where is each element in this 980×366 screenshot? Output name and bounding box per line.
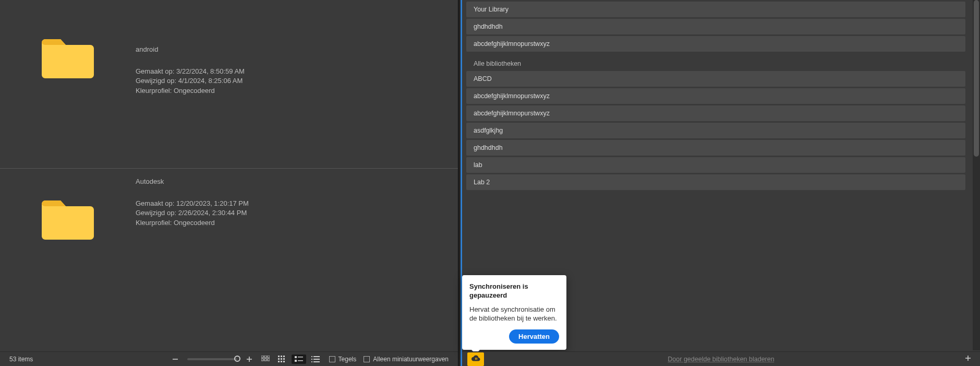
libraries-scrollbar[interactable]	[973, 0, 980, 350]
file-row[interactable]: Autodesk Gemaakt op: 12/20/2023, 1:20:17…	[0, 168, 458, 290]
svg-rect-24	[311, 359, 312, 360]
svg-rect-21	[298, 360, 303, 361]
svg-rect-18	[295, 356, 297, 358]
file-created: Gemaakt op: 12/20/2023, 1:20:17 PM	[136, 199, 458, 208]
library-item[interactable]: Your Library	[466, 2, 965, 17]
svg-rect-20	[295, 360, 297, 362]
view-list-button[interactable]	[308, 355, 323, 364]
svg-rect-22	[311, 356, 312, 357]
file-modified: Gewijzigd op: 4/1/2024, 8:25:06 AM	[136, 76, 458, 86]
svg-rect-11	[283, 356, 285, 357]
view-grid-small-button[interactable]	[275, 355, 289, 364]
svg-rect-2	[249, 357, 250, 362]
library-item[interactable]: asdfglkjhg	[466, 123, 965, 138]
view-grid-large-button[interactable]	[258, 355, 273, 364]
file-color-profile: Kleurprofiel: Ongecodeerd	[136, 86, 458, 96]
library-item[interactable]: abcdefghijklmnopurstwxyz	[466, 88, 965, 104]
library-item[interactable]: lab	[466, 157, 965, 173]
popover-title: Synchroniseren is gepauzeerd	[469, 282, 559, 300]
libraries-heading: Alle bibliotheken	[466, 55, 965, 69]
folder-thumbnail	[0, 169, 136, 243]
tiles-checkbox[interactable]	[329, 356, 335, 362]
add-library-button[interactable]	[961, 353, 975, 365]
file-name: android	[136, 45, 458, 54]
svg-rect-3	[261, 356, 263, 358]
file-created: Gemaakt op: 3/22/2024, 8:50:59 AM	[136, 67, 458, 76]
library-item[interactable]: Lab 2	[466, 174, 965, 190]
svg-rect-19	[298, 357, 303, 358]
zoom-slider-thumb[interactable]	[234, 356, 240, 362]
svg-rect-17	[283, 361, 285, 362]
svg-rect-14	[283, 358, 285, 360]
tiles-label: Tegels	[338, 356, 357, 363]
libraries-statusbar: Door gedeelde bibliotheken bladeren	[462, 351, 980, 366]
file-row[interactable]: android Gemaakt op: 3/22/2024, 8:50:59 A…	[0, 0, 458, 168]
file-browser-panel: android Gemaakt op: 3/22/2024, 8:50:59 A…	[0, 0, 458, 366]
libraries-panel: Your Library ghdhdhdh abcdefghijklmnopur…	[462, 0, 980, 366]
svg-rect-27	[313, 361, 320, 362]
file-list: android Gemaakt op: 3/22/2024, 8:50:59 A…	[0, 0, 458, 351]
svg-rect-8	[268, 359, 270, 361]
item-count: 53 items	[9, 356, 33, 363]
view-details-button[interactable]	[292, 355, 306, 364]
svg-rect-23	[313, 356, 320, 357]
library-item[interactable]: ghdhdhdh	[466, 19, 965, 34]
svg-rect-0	[173, 359, 178, 360]
svg-rect-12	[278, 358, 280, 360]
file-color-profile: Kleurprofiel: Ongecodeerd	[136, 218, 458, 228]
folder-thumbnail	[0, 0, 136, 81]
cloud-paused-icon	[470, 355, 481, 364]
file-modified: Gewijzigd op: 2/26/2024, 2:30:44 PM	[136, 208, 458, 218]
sync-status-button[interactable]	[467, 352, 484, 366]
library-item[interactable]: abcdefghijklmnopurstwxyz	[466, 105, 965, 121]
file-name: Autodesk	[136, 177, 458, 186]
svg-rect-10	[281, 356, 282, 357]
folder-icon	[41, 37, 95, 81]
svg-rect-13	[281, 358, 282, 360]
thumb-only-label: Alleen miniatuurweergaven	[373, 356, 449, 363]
svg-rect-15	[278, 361, 280, 362]
svg-rect-25	[313, 359, 320, 360]
zoom-slider[interactable]	[187, 358, 237, 360]
svg-rect-16	[281, 361, 282, 362]
library-item[interactable]: abcdefghijklmnopurstwxyz	[466, 36, 965, 52]
svg-rect-26	[311, 361, 312, 362]
library-item[interactable]: ghdhdhdh	[466, 140, 965, 156]
svg-rect-6	[261, 359, 263, 361]
svg-rect-4	[264, 356, 267, 358]
popover-body: Hervat de synchronisatie om de bibliothe…	[469, 305, 559, 323]
zoom-out-button[interactable]	[168, 355, 182, 364]
resume-sync-button[interactable]: Hervatten	[509, 329, 559, 344]
svg-rect-5	[268, 356, 270, 358]
svg-rect-9	[278, 356, 280, 357]
thumb-only-checkbox[interactable]	[364, 356, 370, 362]
browse-shared-libraries-link[interactable]: Door gedeelde bibliotheken bladeren	[668, 356, 774, 363]
file-browser-statusbar: 53 items	[0, 351, 458, 366]
scrollbar-thumb[interactable]	[974, 0, 979, 157]
zoom-in-button[interactable]	[243, 355, 256, 364]
panel-divider[interactable]	[458, 0, 462, 366]
sync-paused-popover: Synchroniseren is gepauzeerd Hervat de s…	[462, 275, 566, 350]
svg-rect-29	[967, 356, 969, 361]
svg-rect-7	[264, 359, 267, 361]
folder-icon	[41, 198, 95, 243]
library-item[interactable]: ABCD	[466, 71, 965, 87]
